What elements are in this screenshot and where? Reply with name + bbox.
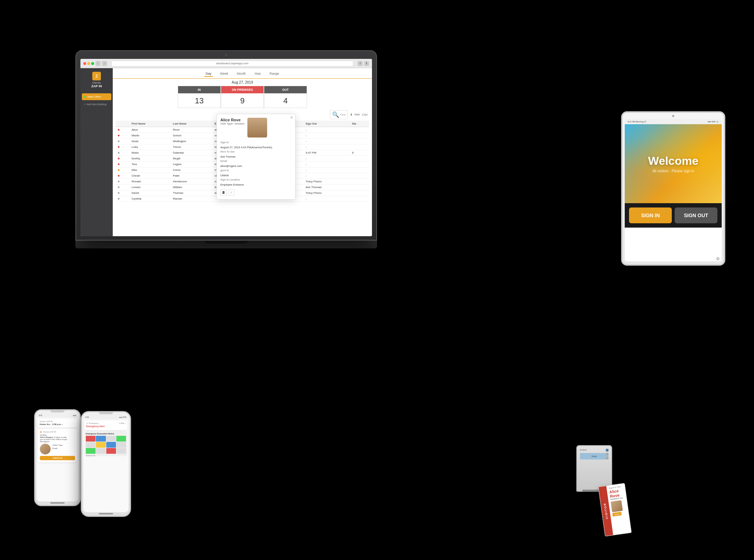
tablet-welcome-section: Welcome All visitors - Please sign in: [625, 124, 722, 203]
col-sign-out[interactable]: Sign Out: [303, 121, 350, 127]
refresh-button[interactable]: ↺: [358, 61, 363, 66]
maximize-icon[interactable]: [91, 62, 94, 65]
approve-button[interactable]: ✓: [228, 189, 235, 196]
stat-in: IN 13: [178, 86, 221, 108]
table-area: 🔍 Find ⬇ PDF CSV First Name: [113, 110, 372, 202]
check-in-button[interactable]: CHECK-IN: [40, 456, 75, 460]
evacuation-map-card[interactable]: Emergency Evacuation Notice diagram.jpg: [84, 431, 127, 456]
csv-button[interactable]: CSV: [362, 113, 368, 116]
delete-button[interactable]: 🗑: [220, 189, 227, 196]
visitor-card-header: ▣ Venuto ZAP IN: [40, 431, 75, 433]
popup-field-email: Email alice@rogers.com: [220, 159, 292, 168]
evacuation-grid: [86, 436, 126, 454]
sign-in-button[interactable]: SIGN IN: [629, 207, 672, 223]
popup-photo: [247, 118, 267, 137]
home-indicator: [50, 502, 65, 504]
printer-power-button[interactable]: [606, 449, 609, 452]
search-box[interactable]: 🔍 Find: [330, 110, 348, 119]
row-last-name: William: [171, 185, 213, 190]
tablet-screen: 9:41 PM Wed Aug 27 ●●● WiFi 🔋 Welcome Al…: [625, 119, 722, 261]
visitor-card[interactable]: ▣ Venuto ZAP IN Hi Max, Alice Rogers is …: [38, 429, 77, 462]
row-status: [350, 139, 369, 144]
row-last-name: Grinch: [171, 133, 213, 139]
visitor-arrival-notification[interactable]: Venuto ZAP IN Visitor Arr... 3:56 p.m. ›: [38, 419, 77, 428]
tablet-camera: [672, 115, 674, 117]
pdf-button[interactable]: PDF: [355, 113, 360, 116]
visitor-face-image: [247, 118, 267, 137]
row-last-name: Patel: [171, 173, 213, 179]
badge-inner: VISITOR August 8, 2019 Alice Rove Workte…: [598, 483, 632, 536]
row-indicator-cell: [116, 185, 130, 190]
evac-cell: [116, 436, 126, 442]
sign-out-button[interactable]: SIGN OUT: [675, 207, 717, 223]
notification-hi-text: Hi Max, Alice Rogers is here to see you …: [40, 434, 75, 443]
tablet-welcome-text: Welcome: [648, 154, 698, 168]
browser-chrome: ‹ › dashboard.zapinapp.com ↺ ⬆: [80, 59, 372, 68]
settings-gear-icon[interactable]: ⚙: [716, 256, 721, 261]
col-last-name[interactable]: Last Name: [171, 121, 213, 127]
tab-month[interactable]: Month: [236, 71, 247, 77]
row-first-name: Alice: [130, 127, 171, 133]
evac-cell: [116, 442, 126, 448]
close-icon[interactable]: [83, 62, 86, 65]
evac-cell: [96, 436, 106, 442]
col-first-name[interactable]: First Name: [130, 121, 171, 127]
url-bar[interactable]: dashboard.zapinapp.com: [111, 61, 353, 66]
printer-feed-button[interactable]: [606, 453, 609, 456]
row-last-name: Legion: [171, 162, 213, 167]
row-indicator-cell: [116, 179, 130, 185]
badge-visitor-label: VISITOR: [603, 503, 609, 519]
row-sign-out: -: [303, 162, 350, 167]
row-sign-out: Tracy Poluru: [303, 179, 350, 185]
laptop: ‹ › dashboard.zapinapp.com ↺ ⬆ Z: [75, 50, 377, 262]
browser-nav-buttons: [83, 62, 94, 65]
row-indicator-cell: [116, 162, 130, 167]
tab-year[interactable]: Year: [253, 71, 262, 77]
popup-visitor-name: Alice Rove: [220, 118, 245, 122]
date-header: Aug 27, 2019: [113, 79, 372, 86]
row-first-name: Lorean: [130, 185, 171, 190]
col-status[interactable]: Sta: [350, 121, 369, 127]
printer-display: Ready: [580, 453, 609, 459]
row-last-name: Thomas: [171, 190, 213, 196]
row-first-name: Cynthia: [130, 196, 171, 202]
back-button[interactable]: ‹: [96, 61, 101, 66]
printer-cut-button[interactable]: [606, 457, 609, 459]
row-status: 9: [350, 150, 369, 156]
row-sign-out: -: [303, 139, 350, 144]
row-sign-out: -: [303, 156, 350, 162]
row-last-name: Raman: [171, 196, 213, 202]
visitor-email-label: Email: [52, 447, 57, 449]
download-icon[interactable]: ⬇: [350, 113, 353, 116]
emergency-alert-title: Emergency Alert: [86, 425, 126, 428]
tab-week[interactable]: Week: [219, 71, 230, 77]
stats-row: IN 13 ON PREMISES 9 OUT 4: [113, 86, 372, 108]
row-status: [350, 185, 369, 190]
evac-cell: [106, 448, 116, 454]
tab-day[interactable]: Day: [204, 71, 213, 77]
add-building-button[interactable]: + Add New Building: [82, 101, 111, 107]
sidebar-item-main-office[interactable]: Main Office: [82, 93, 111, 100]
printer-display-text: Ready: [592, 455, 597, 457]
phone-2-status-bar: 9:41 ●●● 57%: [83, 415, 129, 419]
evac-cell: [96, 442, 106, 448]
popup-close-button[interactable]: ✕: [290, 116, 293, 120]
online-indicator: [84, 96, 86, 98]
tab-range[interactable]: Range: [268, 71, 281, 77]
stat-out: OUT 4: [264, 86, 307, 108]
col-indicator: [116, 121, 130, 127]
visitor-badge: VISITOR August 8, 2019 Alice Rove Workte…: [598, 483, 632, 536]
row-status: [350, 144, 369, 150]
evac-cell: [106, 442, 116, 448]
forward-button[interactable]: ›: [102, 61, 107, 66]
row-sign-out: -: [303, 133, 350, 139]
popup-field-here-to-see: Here To See Ash Thomas: [220, 150, 292, 159]
notification-title: Visitor Arr... 3:56 p.m. ›: [39, 423, 75, 425]
minimize-icon[interactable]: [87, 62, 90, 65]
row-sign-out: -: [303, 173, 350, 179]
row-first-name: Dorthy: [130, 156, 171, 162]
row-first-name: Ronald: [130, 179, 171, 185]
share-button[interactable]: ⬆: [364, 61, 369, 66]
laptop-body: ‹ › dashboard.zapinapp.com ↺ ⬆ Z: [75, 50, 377, 241]
emergency-alert-notification[interactable]: ⚠ Emergency 1:98m › Emergency Alert: [84, 420, 127, 430]
